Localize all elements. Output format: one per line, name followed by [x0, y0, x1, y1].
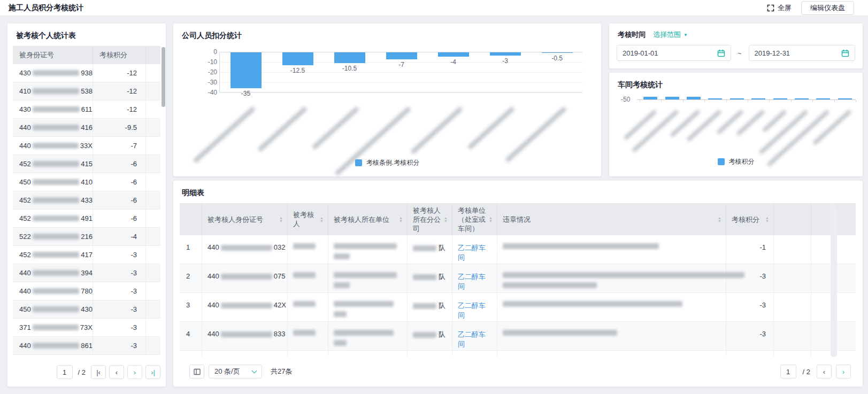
column-header[interactable]: 违章情况 ▲▼	[497, 203, 726, 235]
y-axis-tick: -50	[621, 96, 630, 103]
redacted-axis-label	[410, 106, 463, 154]
page-input[interactable]: 1	[57, 365, 73, 379]
bar[interactable]	[838, 98, 852, 99]
select-range-link[interactable]: 选择范围 ▼	[653, 30, 688, 40]
index-cell: 3	[180, 293, 202, 321]
chart-legend[interactable]: 考核积分	[609, 157, 863, 166]
edit-dashboard-button[interactable]: 编辑仪表盘	[801, 1, 854, 15]
empty-cell	[146, 210, 160, 227]
id-cell: 440861	[13, 337, 93, 354]
bar[interactable]	[773, 98, 787, 99]
company-bar-chart[interactable]: -35-12.5-10.5-7-4-3-0.5	[219, 52, 582, 92]
branch-cell: 队	[408, 322, 452, 350]
workshop-link[interactable]: 乙二醇车间	[458, 330, 486, 348]
id-suffix: 861	[81, 342, 93, 350]
bar[interactable]	[708, 98, 722, 99]
id-cell: 440780	[13, 282, 93, 300]
sort-icon[interactable]: ▲▼	[320, 217, 324, 222]
prev-page-icon: ‹	[823, 368, 825, 376]
redacted-text	[293, 272, 316, 278]
workshop-link[interactable]: 乙二醇车间	[458, 302, 486, 319]
chart-legend[interactable]: 考核条例.考核积分	[173, 158, 601, 167]
detail-table-header: ▲▼ 被考核人身份证号 ▲▼ 被考核人 ▲▼ 被考核人所在单位 ▲▼ 被考核人所…	[180, 203, 856, 235]
top-actions: 全屏 编辑仪表盘	[767, 1, 854, 15]
redacted-axis-label	[505, 106, 566, 163]
column-header[interactable]: 被考核人所在单位 ▲▼	[328, 203, 408, 235]
time-filter-label: 考核时间	[618, 30, 646, 40]
sort-icon[interactable]: ▲▼	[279, 217, 283, 222]
column-header[interactable]: 考核积分 ▲▼	[726, 203, 774, 235]
time-filter-panel: 考核时间 选择范围 ▼ 2019-01-01 ~ 2019-12-31	[609, 24, 863, 68]
score-cell: -6	[93, 210, 146, 227]
column-header-score[interactable]: 考核积分	[93, 46, 146, 64]
redacted-id-segment	[33, 179, 80, 185]
sort-icon[interactable]: ▲▼	[399, 217, 403, 222]
redacted-id-segment	[221, 274, 272, 280]
id-suffix: 410	[81, 178, 93, 186]
id-prefix: 450	[19, 305, 31, 313]
end-date-input[interactable]: 2019-12-31	[749, 45, 855, 61]
empty-cell	[774, 322, 811, 350]
column-header[interactable]: 被考核人身份证号 ▲▼	[202, 203, 288, 235]
prev-page-button[interactable]: ‹	[817, 365, 832, 378]
bar[interactable]	[231, 52, 262, 88]
bar[interactable]	[542, 52, 573, 53]
first-page-button[interactable]: |‹	[91, 365, 106, 379]
workshop-bar-chart[interactable]	[640, 95, 856, 99]
bar[interactable]	[643, 97, 657, 99]
next-page-button[interactable]: ›	[836, 365, 851, 378]
column-header[interactable]: 考核单位（处室或车间） ▲▼	[452, 203, 497, 235]
column-header[interactable]: 被考核人所在分公司 ▲▼	[408, 203, 452, 235]
scrollbar-track[interactable]	[831, 203, 837, 357]
redacted-id-segment	[221, 331, 272, 337]
bar[interactable]	[665, 97, 679, 99]
bar[interactable]	[438, 52, 469, 57]
sort-icon[interactable]: ▲▼	[444, 217, 448, 222]
workshop-link[interactable]: 乙二醇车间	[458, 273, 486, 290]
workshop-chart-panel: 车间考核统计 -50 考核积分	[609, 73, 863, 176]
id-cell: 452433	[13, 191, 93, 209]
fullscreen-button[interactable]: 全屏	[767, 3, 792, 13]
next-page-icon: ›	[134, 368, 136, 376]
unit-cell	[328, 322, 408, 350]
score-cell: -9.5	[93, 119, 146, 136]
scrollbar-thumb[interactable]	[162, 47, 165, 107]
column-header[interactable]: ▲▼	[180, 203, 202, 235]
bar[interactable]	[795, 98, 809, 99]
next-page-button[interactable]: ›	[127, 365, 142, 379]
bar[interactable]	[386, 52, 417, 59]
table-row: 452415 -6	[13, 155, 160, 173]
column-header-id[interactable]: 被身份证号	[13, 46, 93, 64]
score-cell: -6	[93, 155, 146, 173]
sort-icon[interactable]: ▲▼	[765, 217, 769, 222]
last-page-button[interactable]: ›|	[145, 365, 160, 379]
bar[interactable]	[816, 98, 830, 99]
id-suffix: 216	[81, 233, 93, 241]
start-date-input[interactable]: 2019-01-01	[617, 45, 731, 61]
column-header[interactable]: 被考核人 ▲▼	[288, 203, 328, 235]
id-cell: 452415	[13, 155, 93, 173]
page-size-select[interactable]: 20 条/页	[209, 365, 262, 378]
column-header[interactable]: ▲▼	[774, 203, 811, 235]
table-row: 452417 -3	[13, 246, 160, 264]
empty-cell	[774, 351, 811, 357]
prev-page-button[interactable]: ‹	[109, 365, 124, 379]
bar[interactable]	[687, 97, 701, 99]
column-settings-button[interactable]	[189, 365, 204, 378]
bar[interactable]	[282, 52, 313, 65]
bar[interactable]	[730, 98, 744, 99]
sort-icon[interactable]: ▲▼	[489, 217, 493, 222]
empty-cell	[146, 137, 160, 154]
workshop-link[interactable]: 乙二醇车间	[458, 244, 486, 261]
sort-icon[interactable]: ▲▼	[718, 217, 721, 222]
personal-table: 被身份证号 考核积分 430938 -12 410538 -12 430611 …	[13, 46, 160, 355]
id-suffix: 416	[81, 123, 93, 132]
page-input[interactable]: 1	[780, 365, 796, 378]
bar[interactable]	[751, 98, 765, 99]
bar[interactable]	[334, 52, 365, 63]
id-cell: 522216	[13, 228, 93, 245]
score-cell: -3	[93, 282, 146, 300]
person-cell	[288, 264, 328, 292]
redacted-axis-label	[467, 106, 515, 150]
bar[interactable]	[490, 52, 521, 56]
